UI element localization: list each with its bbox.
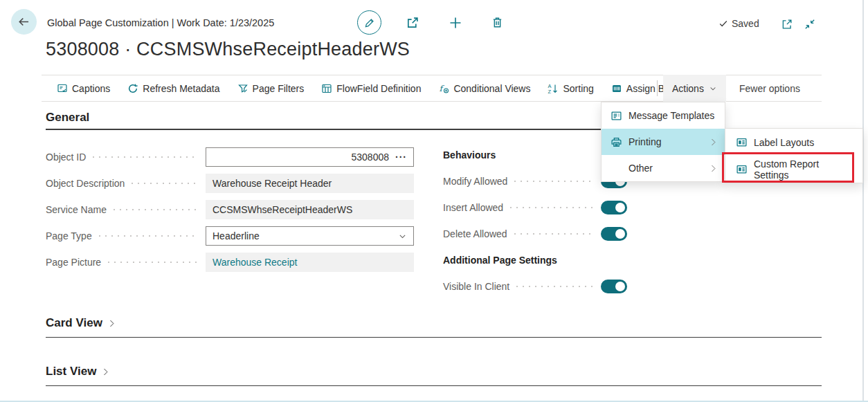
- actions-label: Actions: [672, 83, 704, 94]
- toolbar-item-label: Page Filters: [253, 83, 305, 94]
- new-button[interactable]: [449, 16, 462, 30]
- chevron-down-icon: [709, 84, 717, 93]
- field-label: Insert Allowed: [443, 202, 503, 213]
- actions-dropdown-menu: Message Templates Printing Other: [601, 102, 725, 182]
- assist-edit-button[interactable]: ···: [395, 152, 407, 163]
- page-picture-link[interactable]: Warehouse Receipt: [213, 257, 297, 268]
- general-fields-right-column: Behaviours Modify Allowed Insert Allowed…: [443, 145, 627, 303]
- check-icon: [718, 19, 728, 28]
- toolbar-item-sorting[interactable]: AZ Sorting: [548, 83, 593, 94]
- object-id-input[interactable]: 5308008 ···: [206, 147, 414, 167]
- general-heading-label: General: [46, 111, 89, 125]
- toggle-row-insert-allowed: Insert Allowed: [443, 198, 627, 217]
- field-label: Delete Allowed: [443, 228, 507, 239]
- svg-text:Z: Z: [548, 89, 552, 94]
- sort-az-icon: AZ: [548, 83, 559, 94]
- toggle-row-delete-allowed: Delete Allowed: [443, 224, 627, 244]
- toolbar-item-label: Captions: [72, 83, 110, 94]
- toggle-row-modify-allowed: Modify Allowed: [443, 172, 627, 191]
- visible-in-client-toggle[interactable]: [601, 280, 627, 293]
- submenu-item-label: Custom Report Settings: [754, 158, 856, 181]
- printer-icon: [610, 136, 622, 148]
- page-picture-field: Warehouse Receipt: [206, 253, 414, 272]
- section-heading-card-view[interactable]: Card View: [46, 316, 116, 330]
- menu-item-other[interactable]: Other: [602, 155, 725, 181]
- printing-submenu: Label Layouts Custom Report Settings: [725, 128, 863, 183]
- actions-menu-button[interactable]: Actions: [663, 75, 726, 102]
- field-row-service-name: Service Name CCSMSWhseReceiptHeaderWS: [46, 200, 414, 219]
- toolbar-item-conditional-views[interactable]: f Conditional Views: [438, 83, 530, 94]
- dotted-leader: [132, 183, 199, 184]
- back-arrow-icon: [17, 15, 30, 28]
- fewer-options-button[interactable]: Fewer options: [739, 75, 800, 102]
- dotted-leader: [514, 233, 594, 235]
- field-row-object-id: Object ID 5308008 ···: [46, 147, 414, 167]
- save-status: Saved: [718, 18, 759, 29]
- menu-item-label: Message Templates: [629, 110, 714, 121]
- back-button[interactable]: [11, 9, 37, 35]
- chevron-right-icon: [107, 319, 116, 328]
- general-fields-left-column: Object ID 5308008 ··· Object Description…: [46, 147, 414, 279]
- menu-item-label: Other: [629, 163, 653, 174]
- save-status-label: Saved: [732, 18, 759, 29]
- object-description-value: Warehouse Receipt Header: [213, 178, 332, 189]
- toolbar-separator: [657, 80, 658, 96]
- dotted-leader: [99, 235, 199, 237]
- behaviours-heading: Behaviours: [443, 145, 627, 165]
- delete-allowed-toggle[interactable]: [601, 227, 627, 241]
- chevron-right-icon: [101, 367, 110, 376]
- toolbar-item-label: Conditional Views: [453, 83, 530, 94]
- section-heading-general[interactable]: General: [46, 111, 89, 125]
- collapse-window-button[interactable]: [804, 18, 816, 30]
- dotted-leader: [93, 156, 199, 158]
- report-card-icon: [735, 136, 748, 149]
- popout-icon: [781, 18, 793, 30]
- form-icon: [610, 109, 622, 122]
- field-row-object-description: Object Description Warehouse Receipt Hea…: [46, 174, 414, 193]
- collapse-arrows-icon: [804, 18, 816, 30]
- submenu-item-label-layouts[interactable]: Label Layouts: [725, 129, 862, 156]
- dotted-leader: [114, 209, 199, 210]
- dotted-leader: [516, 286, 594, 287]
- field-label: Service Name: [46, 204, 107, 215]
- service-name-field: CCSMSWhseReceiptHeaderWS: [206, 200, 414, 219]
- toolbar-item-page-filters[interactable]: Page Filters: [237, 83, 305, 94]
- field-label: Object Description: [46, 178, 125, 189]
- insert-allowed-toggle[interactable]: [601, 201, 627, 214]
- submenu-item-label: Label Layouts: [754, 137, 814, 148]
- page-type-value: Headerline: [213, 230, 260, 241]
- page-filters-icon: [237, 83, 248, 94]
- dotted-leader: [510, 207, 594, 208]
- delete-button[interactable]: [491, 16, 504, 29]
- page-title: 5308008 · CCSMSWhseReceiptHeaderWS: [46, 39, 410, 60]
- menu-item-printing[interactable]: Printing: [602, 129, 725, 155]
- edit-button[interactable]: [357, 10, 381, 35]
- toolbar-item-refresh-metadata[interactable]: Refresh Metadata: [127, 83, 219, 94]
- card-view-heading-label: Card View: [46, 316, 102, 330]
- object-id-value: 5308008: [351, 152, 389, 163]
- object-description-field: Warehouse Receipt Header: [206, 174, 414, 193]
- toolbar-item-label: Sorting: [563, 83, 593, 94]
- flowfield-icon: [321, 83, 332, 94]
- open-in-new-window-button[interactable]: [781, 18, 793, 30]
- pencil-icon: [364, 17, 375, 28]
- field-row-page-picture: Page Picture Warehouse Receipt: [46, 253, 414, 272]
- refresh-icon: [127, 83, 138, 94]
- fewer-options-label: Fewer options: [739, 83, 800, 94]
- submenu-item-custom-report-settings[interactable]: Custom Report Settings: [725, 156, 862, 183]
- menu-item-label: Printing: [629, 136, 661, 147]
- field-label: Page Type: [46, 230, 92, 241]
- field-label: Page Picture: [46, 257, 101, 268]
- page-type-dropdown[interactable]: Headerline: [206, 226, 414, 246]
- captions-icon: [57, 83, 68, 94]
- breadcrumb: Global Page Customization | Work Date: 1…: [47, 17, 274, 28]
- share-button[interactable]: [405, 15, 420, 30]
- menu-item-message-templates[interactable]: Message Templates: [602, 102, 725, 129]
- additional-page-settings-heading: Additional Page Settings: [443, 250, 627, 270]
- chevron-right-icon: [709, 164, 718, 173]
- field-label: Object ID: [46, 152, 86, 163]
- section-heading-list-view[interactable]: List View: [46, 365, 110, 378]
- toolbar-item-captions[interactable]: Captions: [57, 83, 110, 94]
- chevron-down-icon: [398, 232, 407, 241]
- toolbar-item-flowfield-definition[interactable]: FlowField Definition: [321, 83, 421, 94]
